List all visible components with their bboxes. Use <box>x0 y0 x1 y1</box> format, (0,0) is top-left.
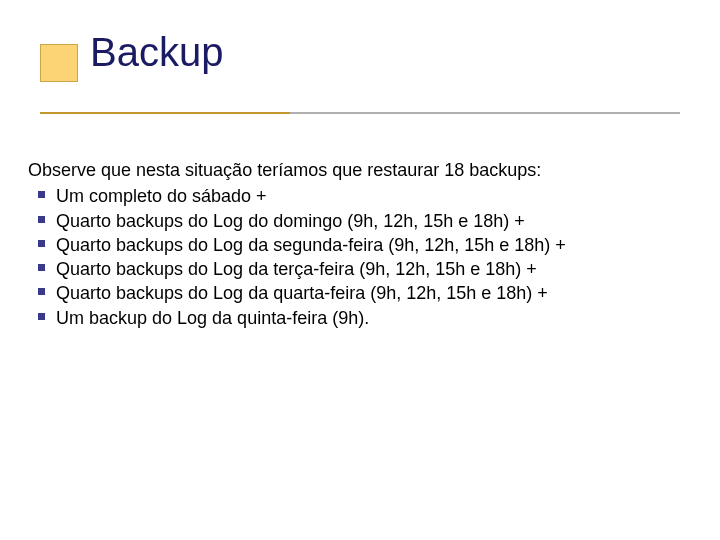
bullet-square-icon <box>38 240 45 247</box>
underline-gold <box>40 112 290 114</box>
list-item-text: Quarto backups do Log da quarta-feira (9… <box>56 283 548 303</box>
slide: Backup Observe que nesta situação teríam… <box>0 0 720 540</box>
bullet-list: Um completo do sábado + Quarto backups d… <box>28 184 692 330</box>
list-item-text: Quarto backups do Log do domingo (9h, 12… <box>56 211 525 231</box>
title-square-icon <box>40 44 78 82</box>
list-item-text: Quarto backups do Log da terça-feira (9h… <box>56 259 537 279</box>
list-item-text: Um backup do Log da quinta-feira (9h). <box>56 308 369 328</box>
list-item-text: Um completo do sábado + <box>56 186 267 206</box>
bullet-square-icon <box>38 264 45 271</box>
list-item: Um backup do Log da quinta-feira (9h). <box>28 306 692 330</box>
list-item: Quarto backups do Log da segunda-feira (… <box>28 233 692 257</box>
list-item: Quarto backups do Log da terça-feira (9h… <box>28 257 692 281</box>
slide-title: Backup <box>90 30 680 75</box>
list-item-text: Quarto backups do Log da segunda-feira (… <box>56 235 566 255</box>
list-item: Quarto backups do Log da quarta-feira (9… <box>28 281 692 305</box>
title-block: Backup <box>40 30 680 75</box>
bullet-square-icon <box>38 288 45 295</box>
lead-text: Observe que nesta situação teríamos que … <box>28 158 692 182</box>
bullet-square-icon <box>38 191 45 198</box>
content-block: Observe que nesta situação teríamos que … <box>28 158 692 330</box>
list-item: Quarto backups do Log do domingo (9h, 12… <box>28 209 692 233</box>
list-item: Um completo do sábado + <box>28 184 692 208</box>
bullet-square-icon <box>38 313 45 320</box>
bullet-square-icon <box>38 216 45 223</box>
